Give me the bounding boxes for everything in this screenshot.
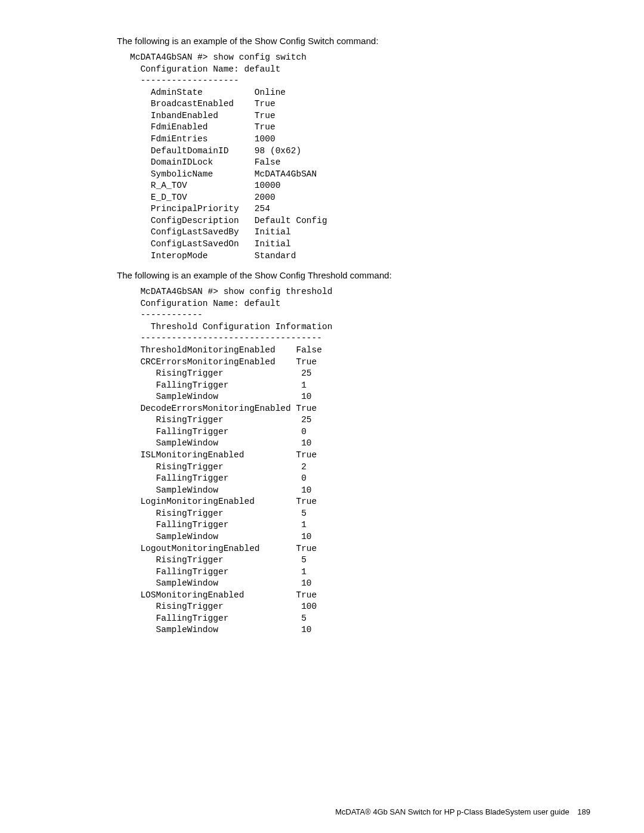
footer-page-number: 189 bbox=[577, 807, 590, 816]
page: The following is an example of the Show … bbox=[0, 0, 644, 833]
code-block-show-config-switch: McDATA4GbSAN #> show config switch Confi… bbox=[130, 52, 590, 262]
intro-text-1: The following is an example of the Show … bbox=[117, 36, 590, 46]
code-block-show-config-threshold: McDATA4GbSAN #> show config threshold Co… bbox=[130, 286, 590, 636]
page-footer: McDATA® 4Gb SAN Switch for HP p-Class Bl… bbox=[335, 807, 590, 816]
footer-title: McDATA® 4Gb SAN Switch for HP p-Class Bl… bbox=[335, 807, 569, 816]
intro-text-2: The following is an example of the Show … bbox=[117, 270, 590, 280]
